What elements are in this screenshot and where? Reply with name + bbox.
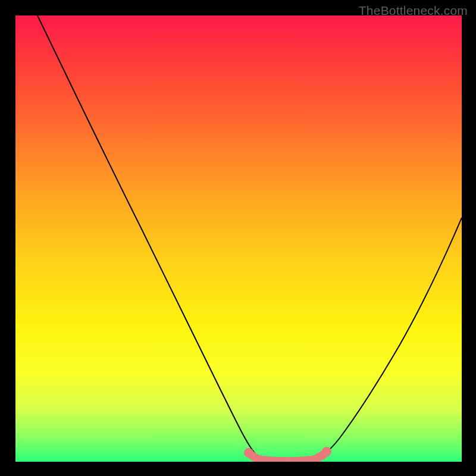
chart-svg: [15, 15, 462, 462]
plot-area: [15, 15, 462, 462]
left-curve: [37, 15, 262, 459]
optimal-range-band: [249, 452, 327, 461]
watermark-label: TheBottleneck.com: [359, 4, 468, 18]
band-right-dot: [322, 447, 331, 456]
chart-container: TheBottleneck.com: [0, 0, 476, 476]
right-curve: [313, 218, 462, 459]
band-left-dot: [244, 448, 253, 458]
